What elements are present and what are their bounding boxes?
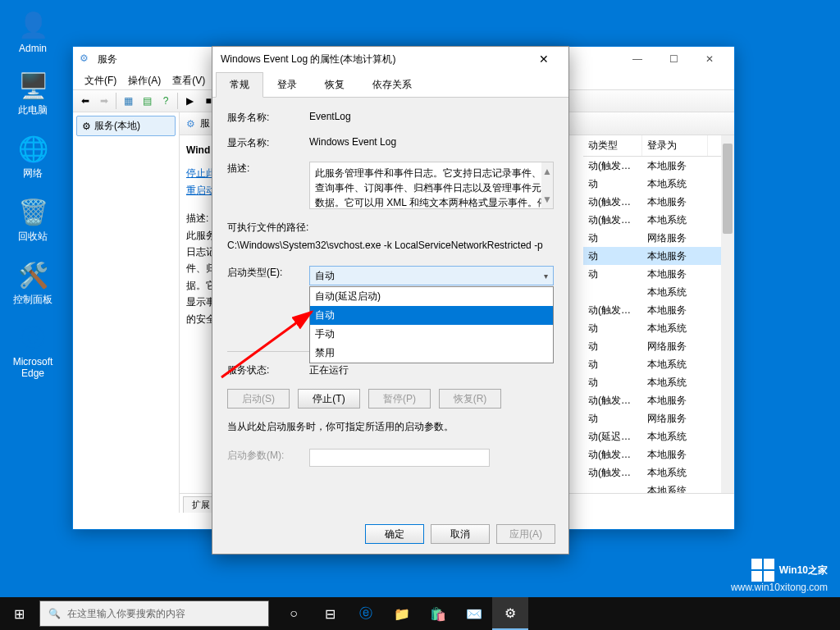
stop-button[interactable]: 停止(T)	[298, 389, 360, 409]
option-disabled[interactable]: 禁用	[310, 344, 553, 363]
description-scrollbar[interactable]: ▲▼	[541, 162, 553, 208]
windows-logo-icon	[751, 559, 774, 582]
cancel-button[interactable]: 取消	[431, 524, 490, 544]
table-row[interactable]: 动本地系统	[583, 319, 734, 337]
col-logon-as[interactable]: 登录为	[642, 135, 708, 156]
menu-action[interactable]: 操作(A)	[123, 72, 166, 89]
exe-path-value: C:\Windows\System32\svchost.exe -k Local…	[227, 240, 554, 251]
desktop-icons: 👤Admin 🖥️此电脑 🌐网络 🗑️回收站 🛠️控制面板 ⓔMicrosoft…	[4, 8, 62, 394]
store-taskbar-icon[interactable]: 🛍️	[420, 597, 456, 630]
properties-titlebar[interactable]: Windows Event Log 的属性(本地计算机) ✕	[212, 47, 568, 71]
table-row[interactable]: 动(延迟…本地系统	[583, 427, 734, 445]
table-row[interactable]: 本地系统	[583, 482, 734, 493]
table-row[interactable]: 动本地服务	[583, 265, 734, 283]
maximize-button[interactable]: ☐	[655, 47, 692, 71]
display-name-label: 显示名称:	[227, 136, 309, 150]
scrollbar-thumb[interactable]	[723, 144, 733, 234]
tool-play[interactable]: ▶	[180, 92, 199, 110]
menu-view[interactable]: 查看(V)	[167, 72, 210, 89]
minimize-button[interactable]: —	[619, 47, 655, 71]
exe-path-label: 可执行文件的路径:	[227, 221, 554, 235]
apply-button: 应用(A)	[496, 524, 555, 544]
explorer-taskbar-icon[interactable]: 📁	[384, 597, 420, 630]
desktop-icon-recycle-bin[interactable]: 🗑️回收站	[4, 195, 62, 244]
properties-title: Windows Event Log 的属性(本地计算机)	[221, 52, 395, 66]
table-row[interactable]: 动本地系统	[583, 373, 734, 391]
service-name-label: 服务名称:	[227, 111, 309, 125]
desktop-icon-control-panel[interactable]: 🛠️控制面板	[4, 258, 62, 307]
start-button[interactable]: ⊞	[0, 597, 38, 630]
table-row[interactable]: 动本地系统	[583, 355, 734, 373]
properties-tabs: 常规 登录 恢复 依存关系	[212, 71, 568, 98]
desktop-icon-edge[interactable]: ⓔMicrosoft Edge	[4, 322, 62, 379]
description-label: 描述:	[227, 162, 309, 176]
gear-icon: ⚙	[186, 118, 195, 130]
search-icon: 🔍	[48, 608, 61, 619]
service-name-value: EventLog	[309, 111, 554, 122]
task-view-icon[interactable]: ⊟	[312, 597, 348, 630]
vertical-scrollbar[interactable]	[721, 135, 734, 493]
tool-help[interactable]: ?	[157, 92, 175, 110]
tool-show-hide[interactable]: ▦	[119, 92, 137, 110]
table-row[interactable]: 动(触发…本地系统	[583, 463, 734, 482]
services-title: 服务	[98, 52, 117, 66]
service-status-label: 服务状态:	[227, 363, 309, 377]
cortana-icon[interactable]: ○	[276, 597, 312, 630]
desktop-icon-this-pc[interactable]: 🖥️此电脑	[4, 69, 62, 117]
table-row[interactable]: 动(触发…本地系统	[583, 211, 734, 229]
table-row[interactable]: 本地系统	[583, 283, 734, 301]
tool-back[interactable]: ⬅	[76, 92, 94, 110]
table-row[interactable]: 动本地服务	[583, 247, 734, 265]
option-manual[interactable]: 手动	[310, 325, 553, 344]
table-row[interactable]: 动网络服务	[583, 337, 734, 355]
menu-file[interactable]: 文件(F)	[80, 72, 121, 89]
startup-type-label: 启动类型(E):	[227, 266, 309, 280]
tree-node-services-local[interactable]: ⚙服务(本地)	[76, 116, 176, 136]
start-button: 启动(S)	[227, 389, 290, 409]
table-row[interactable]: 动网络服务	[583, 229, 734, 247]
chevron-down-icon: ▾	[544, 272, 548, 281]
start-params-hint: 当从此处启动服务时，你可指定所适用的启动参数。	[227, 420, 554, 434]
tab-recovery[interactable]: 恢复	[311, 72, 358, 98]
close-button[interactable]: ✕	[527, 47, 560, 71]
tool-forward[interactable]: ➡	[95, 92, 113, 110]
mail-taskbar-icon[interactable]: ✉️	[456, 597, 492, 630]
option-auto[interactable]: 自动	[310, 306, 553, 325]
gear-icon: ⚙	[80, 52, 93, 66]
startup-type-combo[interactable]: 自动 ▾ 自动(延迟启动) 自动 手动 禁用	[309, 266, 554, 285]
taskbar-search[interactable]: 🔍 在这里输入你要搜索的内容	[39, 600, 269, 627]
tab-general[interactable]: 常规	[216, 72, 263, 98]
services-taskbar-icon[interactable]: ⚙	[492, 597, 528, 630]
start-params-input	[309, 449, 490, 467]
pause-button: 暂停(P)	[368, 389, 431, 409]
start-params-label: 启动参数(M):	[227, 449, 309, 463]
table-row[interactable]: 动(触发…本地服务	[583, 445, 734, 463]
description-text[interactable]: 此服务管理事件和事件日志。它支持日志记录事件、查询事件、订阅事件、归档事件日志以…	[309, 162, 554, 209]
tab-dependencies[interactable]: 依存关系	[358, 72, 426, 98]
resume-button: 恢复(R)	[439, 389, 501, 409]
ok-button[interactable]: 确定	[365, 524, 424, 544]
display-name-value: Windows Event Log	[309, 136, 554, 148]
services-tree: ⚙服务(本地)	[73, 112, 180, 513]
table-row[interactable]: 动(触发…本地服务	[583, 157, 734, 175]
table-row[interactable]: 动本地系统	[583, 175, 734, 193]
desktop-icon-network[interactable]: 🌐网络	[4, 132, 62, 180]
service-status-value: 正在运行	[309, 363, 554, 377]
watermark: Win10之家 www.win10xitong.com	[731, 559, 828, 593]
taskbar: ⊞ 🔍 在这里输入你要搜索的内容 ○ ⊟ ⓔ 📁 🛍️ ✉️ ⚙	[0, 597, 840, 630]
tool-export[interactable]: ▤	[138, 92, 156, 110]
table-row[interactable]: 动网络服务	[583, 409, 734, 427]
properties-dialog: Windows Event Log 的属性(本地计算机) ✕ 常规 登录 恢复 …	[212, 46, 569, 555]
startup-type-dropdown: 自动(延迟启动) 自动 手动 禁用	[309, 286, 554, 363]
list-columns: 动类型 登录为	[583, 135, 734, 157]
col-startup-type[interactable]: 动类型	[583, 135, 642, 156]
table-row[interactable]: 动(触发…本地服务	[583, 391, 734, 409]
desktop-icon-admin[interactable]: 👤Admin	[4, 8, 62, 54]
edge-taskbar-icon[interactable]: ⓔ	[348, 597, 384, 630]
close-button[interactable]: ✕	[692, 47, 728, 71]
gear-icon: ⚙	[82, 121, 91, 132]
option-auto-delayed[interactable]: 自动(延迟启动)	[310, 287, 553, 306]
tab-logon[interactable]: 登录	[263, 72, 311, 98]
table-row[interactable]: 动(触发…本地服务	[583, 301, 734, 319]
table-row[interactable]: 动(触发…本地服务	[583, 193, 734, 211]
